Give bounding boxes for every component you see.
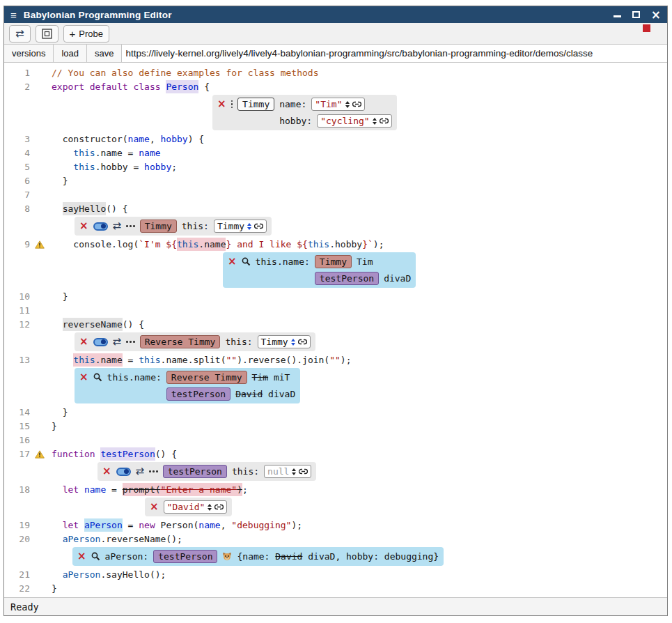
hamburger-menu-icon[interactable]: ≡	[10, 10, 17, 20]
stepper-icon[interactable]	[345, 101, 350, 108]
close-icon[interactable]: ×	[217, 99, 226, 109]
example-widget[interactable]: ×Timmyname:"Tim"×Timmyhobby:"cycling"	[212, 95, 397, 130]
stepper-icon[interactable]	[292, 468, 296, 475]
probe-widget[interactable]: ×this.name:Reverse TimmyTim miT×this.nam…	[75, 368, 300, 403]
value-box[interactable]: "Tim"	[311, 98, 364, 111]
example-badge[interactable]: testPerson	[153, 550, 217, 563]
value-box[interactable]: null	[264, 465, 311, 478]
value-box[interactable]: Timmy	[258, 335, 311, 348]
example-badge[interactable]: testPerson	[166, 387, 230, 401]
url-input[interactable]: https://lively-kernel.org/lively4/lively…	[122, 45, 667, 62]
plus-icon: +	[70, 29, 76, 39]
code-line[interactable]: 7	[4, 188, 667, 202]
code-line[interactable]: 6 }	[4, 174, 667, 188]
close-icon[interactable]: ×	[79, 221, 88, 231]
code-line[interactable]: 18 let name = prompt("Enter a name");	[4, 483, 667, 497]
link-icon[interactable]	[299, 468, 308, 475]
code-line[interactable]: 12 reverseName() {	[4, 318, 667, 332]
swap-arrows-icon[interactable]: ⇄	[113, 221, 122, 231]
frame-button[interactable]	[36, 25, 58, 43]
active-toggle-icon[interactable]	[116, 468, 131, 476]
instance-widget[interactable]: ×⇄Timmythis:Timmy	[75, 217, 272, 236]
link-icon[interactable]	[214, 504, 224, 510]
code-line[interactable]: 17function testPerson() {	[4, 447, 667, 461]
example-badge[interactable]: testPerson	[315, 272, 379, 285]
example-badge[interactable]: Timmy	[140, 220, 177, 233]
close-icon[interactable]: ×	[150, 502, 159, 512]
code-line[interactable]: 21 aPerson.sayHello();	[4, 568, 667, 582]
code-line[interactable]: 3 constructor(name, hobby) {	[4, 132, 667, 146]
example-badge[interactable]: testPerson	[163, 465, 227, 478]
more-options-icon[interactable]	[149, 470, 158, 472]
probe-widget[interactable]: ×aPerson:testPerson{name: David divaD, h…	[72, 547, 444, 566]
arrow-up-icon	[345, 101, 350, 104]
stepper-icon[interactable]	[373, 118, 377, 125]
widget-row: ×⇄testPersonthis:null	[102, 464, 311, 479]
versions-button[interactable]: versions	[4, 45, 54, 62]
code-line[interactable]: 16	[4, 433, 667, 447]
code-line[interactable]: 20 aPerson.reverseName();	[4, 532, 667, 546]
more-options-icon[interactable]	[126, 225, 135, 227]
drag-handle-icon[interactable]	[231, 100, 233, 109]
code-line[interactable]: 11	[4, 304, 667, 318]
link-icon[interactable]	[380, 118, 389, 124]
swap-arrows-icon[interactable]: ⇄	[113, 337, 122, 347]
stepper-icon[interactable]	[208, 504, 212, 511]
code-token: aPerson	[84, 518, 123, 532]
link-icon[interactable]	[298, 339, 307, 345]
code-line[interactable]: 4 this.name = name	[4, 146, 667, 160]
code-token: ""	[226, 355, 237, 365]
stepper-icon[interactable]	[247, 223, 251, 230]
code-line[interactable]: 15}	[4, 420, 667, 433]
close-icon[interactable]: ×	[228, 256, 237, 267]
example-badge[interactable]: Timmy	[315, 255, 352, 268]
probe-row: ×this.name:testPersonDavid divaD	[79, 387, 295, 401]
code-token: ) {	[188, 134, 204, 144]
close-window-button[interactable]: ×	[651, 9, 661, 21]
code-line[interactable]: 22}	[4, 582, 667, 596]
warning-slot	[35, 80, 49, 94]
swap-view-button[interactable]: ⇄	[9, 25, 31, 43]
value-box[interactable]: "cycling"	[317, 114, 391, 128]
code-line[interactable]: 2export default class Person {	[4, 80, 667, 94]
more-options-icon[interactable]	[126, 341, 135, 343]
swap-arrows-icon[interactable]: ⇄	[136, 466, 145, 477]
magnifier-icon[interactable]	[91, 552, 100, 561]
close-icon[interactable]: ×	[77, 551, 86, 562]
instance-widget[interactable]: ×⇄Reverse Timmythis:Timmy	[75, 332, 315, 351]
code-line[interactable]: 9 console.log(`I'm ${this.name} and I li…	[4, 238, 667, 252]
code-line[interactable]: 5 this.hobby = hobby;	[4, 160, 667, 174]
active-toggle-icon[interactable]	[93, 222, 108, 231]
replacement-widget[interactable]: ×"David"	[145, 498, 232, 516]
maximize-button[interactable]	[632, 11, 640, 18]
active-toggle-icon[interactable]	[93, 338, 108, 346]
code-line[interactable]: 8 sayHello() {	[4, 202, 667, 216]
add-probe-button[interactable]: + Probe	[63, 25, 109, 43]
code-line[interactable]: 1// You can also define examples for cla…	[4, 66, 667, 80]
value-box[interactable]: Timmy	[214, 220, 267, 233]
example-badge[interactable]: Reverse Timmy	[166, 371, 247, 384]
minimize-button[interactable]	[614, 15, 621, 17]
code-line[interactable]: 14 }	[4, 406, 667, 420]
load-button[interactable]: load	[54, 45, 87, 62]
close-icon[interactable]: ×	[102, 466, 111, 477]
instance-widget[interactable]: ×⇄testPersonthis:null	[97, 462, 316, 481]
close-icon[interactable]: ×	[79, 372, 88, 383]
code-line[interactable]: 19 let aPerson = new Person(name, "debug…	[4, 518, 667, 532]
warning-icon[interactable]	[35, 450, 45, 459]
magnifier-icon[interactable]	[93, 373, 102, 382]
probe-widget[interactable]: ×this.name:TimmyTim×this.name:testPerson…	[223, 252, 416, 288]
value-box[interactable]: "David"	[164, 500, 228, 514]
magnifier-icon[interactable]	[242, 257, 251, 266]
example-badge[interactable]: Timmy	[237, 98, 274, 111]
close-icon[interactable]: ×	[79, 337, 88, 347]
link-icon[interactable]	[254, 223, 263, 229]
example-badge[interactable]: Reverse Timmy	[140, 335, 221, 348]
link-icon[interactable]	[352, 101, 361, 107]
code-line[interactable]: 13 this.name = this.name.split("").rever…	[4, 353, 667, 367]
code-editor[interactable]: 1// You can also define examples for cla…	[4, 63, 667, 597]
code-line[interactable]: 10 }	[4, 290, 667, 304]
warning-icon[interactable]	[35, 240, 45, 249]
save-button[interactable]: save	[87, 45, 122, 62]
stepper-icon[interactable]	[291, 339, 295, 346]
